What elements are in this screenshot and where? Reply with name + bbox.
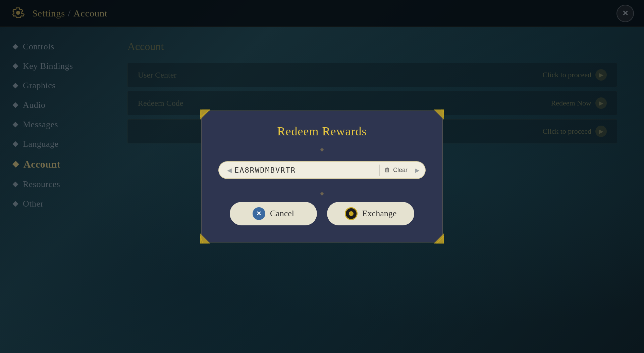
- clear-button[interactable]: 🗑 Clear: [379, 165, 412, 176]
- corner-tl-decoration: [200, 109, 210, 120]
- svg-marker-6: [434, 233, 444, 244]
- corner-br-decoration: [434, 233, 444, 244]
- exchange-label: Exchange: [362, 209, 397, 219]
- modal-title: Redeem Rewards: [218, 124, 426, 138]
- code-input-container: ◀ 🗑 Clear ▶: [218, 161, 426, 179]
- cancel-button[interactable]: ✕ Cancel: [230, 202, 317, 225]
- cancel-label: Cancel: [270, 209, 294, 219]
- trash-icon: 🗑: [384, 167, 390, 174]
- deco-line-bottom: [218, 192, 426, 195]
- corner-bl-decoration: [200, 233, 210, 244]
- o-icon-inner: [349, 211, 354, 216]
- deco-line-left: [218, 150, 318, 150]
- deco-diamond-b: [320, 192, 324, 195]
- exchange-button[interactable]: Exchange: [327, 202, 414, 225]
- deco-line-right: [326, 150, 426, 150]
- svg-marker-4: [200, 233, 210, 244]
- input-arrow-right-icon: ▶: [415, 167, 420, 174]
- clear-label: Clear: [393, 167, 408, 174]
- deco-diamond: [320, 148, 324, 151]
- corner-tr-decoration: [434, 109, 444, 120]
- modal-buttons: ✕ Cancel Exchange: [218, 202, 426, 225]
- redeem-modal: Redeem Rewards ◀ 🗑 Clear ▶ ✕: [201, 111, 443, 242]
- input-arrow-left-icon: ◀: [227, 167, 232, 174]
- deco-line-left-b: [218, 194, 318, 194]
- redemption-code-input[interactable]: [234, 166, 379, 174]
- modal-overlay: Redeem Rewards ◀ 🗑 Clear ▶ ✕: [0, 0, 644, 353]
- deco-line-top: [218, 148, 426, 151]
- deco-line-right-b: [326, 194, 426, 194]
- x-icon: ✕: [253, 207, 265, 220]
- o-icon: [345, 207, 358, 220]
